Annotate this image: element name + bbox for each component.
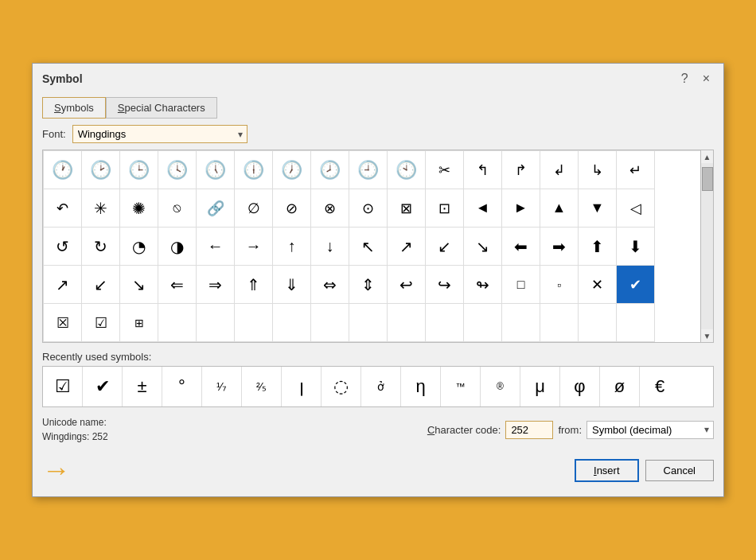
- symbol-cell[interactable]: 🕙: [388, 151, 426, 189]
- symbol-cell[interactable]: ▲: [540, 189, 579, 228]
- symbol-cell[interactable]: ⊙: [349, 189, 388, 228]
- symbol-cell[interactable]: [158, 304, 197, 342]
- symbol-cell[interactable]: 🕑: [82, 151, 120, 189]
- recently-cell[interactable]: €: [640, 367, 680, 406]
- symbol-cell[interactable]: ➡: [540, 228, 579, 266]
- recently-cell[interactable]: ☑: [43, 367, 83, 406]
- symbol-cell[interactable]: ⇐: [158, 266, 197, 304]
- symbol-cell-selected[interactable]: ✔: [617, 266, 655, 304]
- symbol-cell[interactable]: [349, 304, 388, 342]
- recently-cell[interactable]: ◌: [321, 367, 361, 406]
- symbol-cell[interactable]: ↗: [44, 266, 82, 304]
- symbol-cell[interactable]: ✺: [120, 189, 158, 228]
- symbol-cell[interactable]: 🕘: [349, 151, 388, 189]
- symbol-cell[interactable]: ↘: [120, 266, 158, 304]
- font-select[interactable]: Wingdings: [72, 125, 247, 143]
- scrollbar[interactable]: ▲ ▼: [700, 150, 713, 342]
- symbol-cell[interactable]: 🔗: [197, 189, 235, 228]
- symbol-cell[interactable]: ↱: [502, 151, 540, 189]
- recently-cell[interactable]: ®: [481, 367, 520, 406]
- symbol-cell[interactable]: ✂: [426, 151, 464, 189]
- symbol-cell[interactable]: [273, 304, 311, 342]
- symbol-cell[interactable]: ←: [197, 228, 235, 266]
- symbol-cell[interactable]: ☒: [44, 304, 82, 342]
- symbol-cell[interactable]: ↘: [464, 228, 502, 266]
- recently-cell[interactable]: ø: [600, 367, 640, 406]
- recently-cell[interactable]: ✔: [83, 367, 123, 406]
- symbol-cell[interactable]: ⇓: [273, 266, 311, 304]
- recently-cell[interactable]: °: [162, 367, 202, 406]
- symbol-cell[interactable]: ⊘: [273, 189, 311, 228]
- tab-special-characters[interactable]: Special Characters: [106, 97, 217, 119]
- symbol-cell[interactable]: ↶: [44, 189, 82, 228]
- symbol-cell[interactable]: [388, 304, 426, 342]
- symbol-cell[interactable]: ↻: [82, 228, 120, 266]
- symbol-cell[interactable]: ☑: [82, 304, 120, 342]
- symbol-cell[interactable]: [502, 304, 540, 342]
- symbol-cell[interactable]: ◔: [120, 228, 158, 266]
- symbol-cell[interactable]: ∅: [235, 189, 273, 228]
- symbol-cell[interactable]: ◄: [464, 189, 502, 228]
- symbol-cell[interactable]: ↺: [44, 228, 82, 266]
- symbol-cell[interactable]: [617, 304, 655, 342]
- symbol-cell[interactable]: 🕐: [44, 151, 82, 189]
- symbol-cell[interactable]: ↲: [540, 151, 579, 189]
- symbol-cell[interactable]: ↬: [464, 266, 502, 304]
- symbol-cell[interactable]: [235, 304, 273, 342]
- symbol-cell[interactable]: ⇕: [349, 266, 388, 304]
- symbol-cell[interactable]: 🕔: [197, 151, 235, 189]
- symbol-cell[interactable]: ◁: [617, 189, 655, 228]
- symbol-cell[interactable]: 🕗: [311, 151, 349, 189]
- symbol-cell[interactable]: ⊞: [120, 304, 158, 342]
- symbol-cell[interactable]: ↗: [388, 228, 426, 266]
- symbol-cell[interactable]: ✳: [82, 189, 120, 228]
- symbol-cell[interactable]: □: [502, 266, 540, 304]
- help-button[interactable]: ?: [677, 70, 692, 88]
- from-select[interactable]: Symbol (decimal): [586, 421, 714, 439]
- symbol-cell[interactable]: ↙: [82, 266, 120, 304]
- symbol-cell[interactable]: ↑: [273, 228, 311, 266]
- symbol-cell[interactable]: ↙: [426, 228, 464, 266]
- scrollbar-track[interactable]: [701, 163, 713, 329]
- symbol-cell[interactable]: [540, 304, 579, 342]
- recently-cell[interactable]: ²⁄₅: [242, 367, 282, 406]
- recently-cell[interactable]: η: [401, 367, 441, 406]
- symbol-cell[interactable]: ↩: [388, 266, 426, 304]
- symbol-cell[interactable]: ⬅: [502, 228, 540, 266]
- symbol-cell[interactable]: →: [235, 228, 273, 266]
- scrollbar-thumb[interactable]: [702, 167, 713, 191]
- symbol-cell[interactable]: 🕖: [273, 151, 311, 189]
- symbol-cell[interactable]: ↪: [426, 266, 464, 304]
- scroll-up-button[interactable]: ▲: [701, 150, 714, 163]
- symbol-cell[interactable]: ↓: [311, 228, 349, 266]
- recently-cell[interactable]: φ: [560, 367, 600, 406]
- symbol-cell[interactable]: ⬆: [579, 228, 617, 266]
- symbol-cell[interactable]: ↖: [349, 228, 388, 266]
- tab-symbols[interactable]: Symbols: [42, 97, 106, 119]
- symbol-cell[interactable]: ⍉: [158, 189, 197, 228]
- symbol-cell[interactable]: [426, 304, 464, 342]
- symbol-cell[interactable]: 🕒: [120, 151, 158, 189]
- symbol-cell[interactable]: ⇑: [235, 266, 273, 304]
- symbol-cell[interactable]: ⇒: [197, 266, 235, 304]
- recently-cell[interactable]: ±: [123, 367, 162, 406]
- symbol-cell[interactable]: ↵: [617, 151, 655, 189]
- symbol-cell[interactable]: ⇔: [311, 266, 349, 304]
- symbol-cell[interactable]: ↰: [464, 151, 502, 189]
- symbol-cell[interactable]: [311, 304, 349, 342]
- cancel-button[interactable]: Cancel: [645, 460, 714, 481]
- recently-cell[interactable]: ¹⁄₇: [202, 367, 242, 406]
- char-code-input[interactable]: [505, 421, 553, 439]
- symbol-cell[interactable]: [579, 304, 617, 342]
- symbol-cell[interactable]: [197, 304, 235, 342]
- symbol-cell[interactable]: ⊠: [388, 189, 426, 228]
- recently-cell[interactable]: ꞁ: [282, 367, 321, 406]
- symbol-cell[interactable]: ✕: [579, 266, 617, 304]
- symbol-cell[interactable]: [464, 304, 502, 342]
- symbol-cell[interactable]: ⊡: [426, 189, 464, 228]
- symbol-cell[interactable]: ▼: [579, 189, 617, 228]
- symbol-cell[interactable]: 🕓: [158, 151, 197, 189]
- symbol-cell[interactable]: ⊗: [311, 189, 349, 228]
- symbol-cell[interactable]: ⬇: [617, 228, 655, 266]
- symbol-cell[interactable]: ◑: [158, 228, 197, 266]
